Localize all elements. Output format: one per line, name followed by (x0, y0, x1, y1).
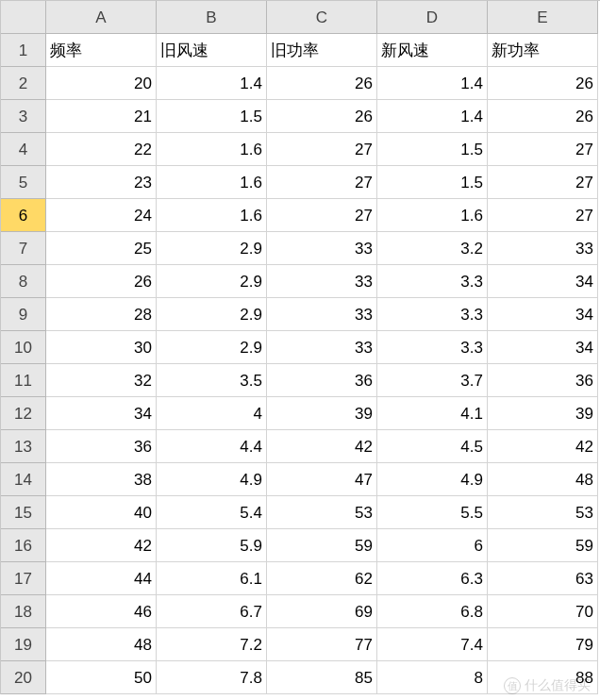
cell-C3[interactable]: 26 (267, 100, 377, 133)
cell-B10[interactable]: 2.9 (157, 331, 267, 364)
column-header-A[interactable]: A (46, 1, 157, 34)
cell-D4[interactable]: 1.5 (377, 133, 488, 166)
cell-B18[interactable]: 6.7 (157, 595, 267, 628)
cell-E10[interactable]: 34 (488, 331, 598, 364)
row-header-5[interactable]: 5 (1, 166, 46, 199)
row-header-7[interactable]: 7 (1, 232, 46, 265)
cell-C7[interactable]: 33 (267, 232, 377, 265)
cell-D2[interactable]: 1.4 (377, 67, 488, 100)
cell-C5[interactable]: 27 (267, 166, 377, 199)
cell-E17[interactable]: 63 (488, 562, 598, 595)
select-all-corner[interactable] (1, 1, 46, 34)
cell-A5[interactable]: 23 (46, 166, 157, 199)
cell-D12[interactable]: 4.1 (377, 397, 488, 430)
cell-E1[interactable]: 新功率 (488, 34, 598, 67)
cell-A15[interactable]: 40 (46, 496, 157, 529)
cell-E14[interactable]: 48 (488, 463, 598, 496)
cell-D7[interactable]: 3.2 (377, 232, 488, 265)
cell-B5[interactable]: 1.6 (157, 166, 267, 199)
cell-B9[interactable]: 2.9 (157, 298, 267, 331)
cell-A16[interactable]: 42 (46, 529, 157, 562)
cell-E12[interactable]: 39 (488, 397, 598, 430)
cell-B16[interactable]: 5.9 (157, 529, 267, 562)
cell-A18[interactable]: 46 (46, 595, 157, 628)
cell-D1[interactable]: 新风速 (377, 34, 488, 67)
cell-B17[interactable]: 6.1 (157, 562, 267, 595)
cell-C19[interactable]: 77 (267, 628, 377, 661)
row-header-15[interactable]: 15 (1, 496, 46, 529)
cell-E20[interactable]: 88 (488, 661, 598, 694)
cell-B20[interactable]: 7.8 (157, 661, 267, 694)
cell-E8[interactable]: 34 (488, 265, 598, 298)
cell-C20[interactable]: 85 (267, 661, 377, 694)
column-header-C[interactable]: C (267, 1, 377, 34)
cell-D17[interactable]: 6.3 (377, 562, 488, 595)
cell-B3[interactable]: 1.5 (157, 100, 267, 133)
cell-E11[interactable]: 36 (488, 364, 598, 397)
row-header-10[interactable]: 10 (1, 331, 46, 364)
cell-C9[interactable]: 33 (267, 298, 377, 331)
column-header-D[interactable]: D (377, 1, 488, 34)
cell-D11[interactable]: 3.7 (377, 364, 488, 397)
cell-A12[interactable]: 34 (46, 397, 157, 430)
cell-A19[interactable]: 48 (46, 628, 157, 661)
cell-B7[interactable]: 2.9 (157, 232, 267, 265)
cell-A17[interactable]: 44 (46, 562, 157, 595)
cell-A8[interactable]: 26 (46, 265, 157, 298)
cell-E15[interactable]: 53 (488, 496, 598, 529)
cell-D3[interactable]: 1.4 (377, 100, 488, 133)
cell-D13[interactable]: 4.5 (377, 430, 488, 463)
cell-E4[interactable]: 27 (488, 133, 598, 166)
row-header-9[interactable]: 9 (1, 298, 46, 331)
column-header-E[interactable]: E (488, 1, 598, 34)
row-header-12[interactable]: 12 (1, 397, 46, 430)
row-header-1[interactable]: 1 (1, 34, 46, 67)
cell-D15[interactable]: 5.5 (377, 496, 488, 529)
cell-D16[interactable]: 6 (377, 529, 488, 562)
cell-A7[interactable]: 25 (46, 232, 157, 265)
cell-C15[interactable]: 53 (267, 496, 377, 529)
cell-B2[interactable]: 1.4 (157, 67, 267, 100)
cell-E9[interactable]: 34 (488, 298, 598, 331)
cell-A9[interactable]: 28 (46, 298, 157, 331)
cell-B19[interactable]: 7.2 (157, 628, 267, 661)
row-header-13[interactable]: 13 (1, 430, 46, 463)
cell-B15[interactable]: 5.4 (157, 496, 267, 529)
row-header-20[interactable]: 20 (1, 661, 46, 694)
cell-E5[interactable]: 27 (488, 166, 598, 199)
cell-E19[interactable]: 79 (488, 628, 598, 661)
cell-A1[interactable]: 频率 (46, 34, 157, 67)
cell-E18[interactable]: 70 (488, 595, 598, 628)
cell-A14[interactable]: 38 (46, 463, 157, 496)
cell-C12[interactable]: 39 (267, 397, 377, 430)
row-header-4[interactable]: 4 (1, 133, 46, 166)
row-header-18[interactable]: 18 (1, 595, 46, 628)
row-header-6[interactable]: 6 (1, 199, 46, 232)
cell-C10[interactable]: 33 (267, 331, 377, 364)
cell-D6[interactable]: 1.6 (377, 199, 488, 232)
cell-B4[interactable]: 1.6 (157, 133, 267, 166)
cell-D18[interactable]: 6.8 (377, 595, 488, 628)
cell-C16[interactable]: 59 (267, 529, 377, 562)
row-header-11[interactable]: 11 (1, 364, 46, 397)
cell-C8[interactable]: 33 (267, 265, 377, 298)
cell-B6[interactable]: 1.6 (157, 199, 267, 232)
cell-D5[interactable]: 1.5 (377, 166, 488, 199)
cell-D19[interactable]: 7.4 (377, 628, 488, 661)
cell-A4[interactable]: 22 (46, 133, 157, 166)
cell-D14[interactable]: 4.9 (377, 463, 488, 496)
row-header-17[interactable]: 17 (1, 562, 46, 595)
cell-E7[interactable]: 33 (488, 232, 598, 265)
cell-D9[interactable]: 3.3 (377, 298, 488, 331)
cell-B1[interactable]: 旧风速 (157, 34, 267, 67)
cell-A13[interactable]: 36 (46, 430, 157, 463)
cell-D10[interactable]: 3.3 (377, 331, 488, 364)
spreadsheet-grid[interactable]: ABCDE1频率旧风速旧功率新风速新功率2201.4261.4263211.52… (0, 0, 600, 694)
cell-C18[interactable]: 69 (267, 595, 377, 628)
row-header-16[interactable]: 16 (1, 529, 46, 562)
cell-B11[interactable]: 3.5 (157, 364, 267, 397)
cell-E6[interactable]: 27 (488, 199, 598, 232)
cell-A10[interactable]: 30 (46, 331, 157, 364)
cell-B13[interactable]: 4.4 (157, 430, 267, 463)
row-header-14[interactable]: 14 (1, 463, 46, 496)
